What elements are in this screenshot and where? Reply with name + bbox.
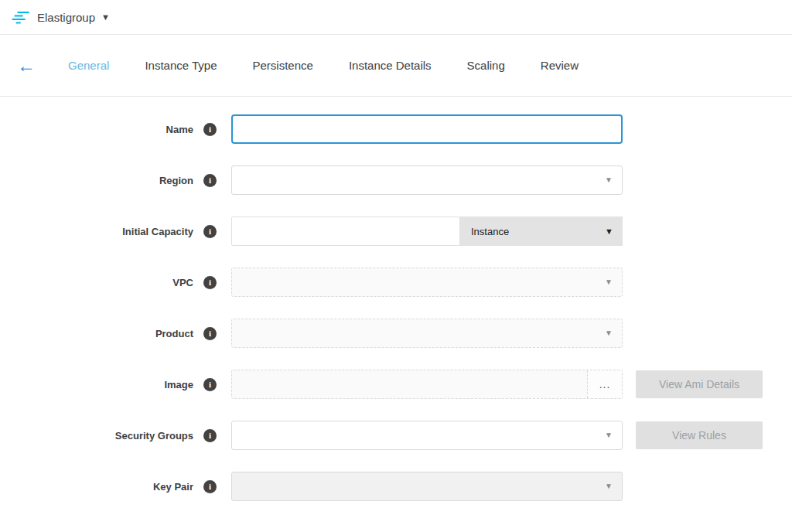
key-pair-select[interactable]: ▼ xyxy=(231,472,623,501)
tab-general[interactable]: General xyxy=(68,59,109,72)
tab-persistence[interactable]: Persistence xyxy=(253,59,313,72)
form-row-security-groups: Security Groups i ▼ View Rules xyxy=(0,421,792,450)
key-pair-info-icon[interactable]: i xyxy=(203,480,217,493)
app-switcher-label[interactable]: Elastigroup xyxy=(37,11,95,24)
form-row-product: Product i ▼ xyxy=(0,319,792,348)
tab-review[interactable]: Review xyxy=(541,59,579,72)
region-select[interactable]: ▼ xyxy=(231,165,623,195)
name-label: Name xyxy=(0,124,193,135)
key-pair-label: Key Pair xyxy=(0,481,193,493)
name-info-icon[interactable]: i xyxy=(203,123,217,136)
general-settings-form: Name i Region i ▼ Initial Capacity i Ins… xyxy=(0,97,792,501)
product-info-icon[interactable]: i xyxy=(203,327,217,340)
product-label: Product xyxy=(0,328,193,339)
tab-instance-details[interactable]: Instance Details xyxy=(349,59,432,72)
wizard-tabs: General Instance Type Persistence Instan… xyxy=(68,59,614,72)
initial-capacity-info-icon[interactable]: i xyxy=(203,225,217,238)
chevron-down-icon: ▼ xyxy=(605,176,613,184)
security-groups-info-icon[interactable]: i xyxy=(203,429,217,442)
form-row-name: Name i xyxy=(0,114,792,144)
topbar: Elastigroup ▼ xyxy=(0,0,792,35)
security-groups-label: Security Groups xyxy=(0,430,193,442)
initial-capacity-input[interactable] xyxy=(231,217,460,246)
vpc-label: VPC xyxy=(0,277,193,288)
form-row-initial-capacity: Initial Capacity i Instance ▼ xyxy=(0,217,792,246)
chevron-down-icon: ▼ xyxy=(605,483,613,490)
form-row-vpc: VPC i ▼ xyxy=(0,268,792,297)
image-field: ... xyxy=(231,370,623,399)
chevron-down-icon: ▼ xyxy=(605,227,613,236)
name-input[interactable] xyxy=(231,114,623,144)
image-info-icon[interactable]: i xyxy=(203,378,217,391)
form-row-region: Region i ▼ xyxy=(0,165,792,195)
app-switcher-caret-icon[interactable]: ▼ xyxy=(101,13,110,22)
chevron-down-icon: ▼ xyxy=(605,278,613,286)
view-ami-details-button[interactable]: View Ami Details xyxy=(636,370,763,398)
chevron-down-icon: ▼ xyxy=(605,329,613,337)
security-groups-select[interactable]: ▼ xyxy=(231,421,623,450)
wizard-tabbar: ← General Instance Type Persistence Inst… xyxy=(0,35,792,97)
form-row-image: Image i ... View Ami Details xyxy=(0,370,792,399)
image-label: Image xyxy=(0,379,193,390)
tab-scaling[interactable]: Scaling xyxy=(467,59,505,72)
product-select: ▼ xyxy=(231,319,623,348)
vpc-info-icon[interactable]: i xyxy=(203,276,217,289)
vpc-select: ▼ xyxy=(231,268,623,297)
region-label: Region xyxy=(0,175,193,186)
chevron-down-icon: ▼ xyxy=(605,431,613,439)
region-info-icon[interactable]: i xyxy=(203,174,217,187)
capacity-unit-select[interactable]: Instance ▼ xyxy=(460,217,623,246)
view-rules-button[interactable]: View Rules xyxy=(636,421,763,449)
back-arrow-icon[interactable]: ← xyxy=(17,56,36,75)
tab-instance-type[interactable]: Instance Type xyxy=(145,59,217,72)
capacity-unit-value: Instance xyxy=(471,226,509,237)
elastigroup-logo-icon xyxy=(11,11,29,24)
form-row-key-pair: Key Pair i ▼ xyxy=(0,472,792,501)
initial-capacity-label: Initial Capacity xyxy=(0,226,193,237)
image-browse-button[interactable]: ... xyxy=(587,370,622,398)
image-value xyxy=(232,370,587,398)
